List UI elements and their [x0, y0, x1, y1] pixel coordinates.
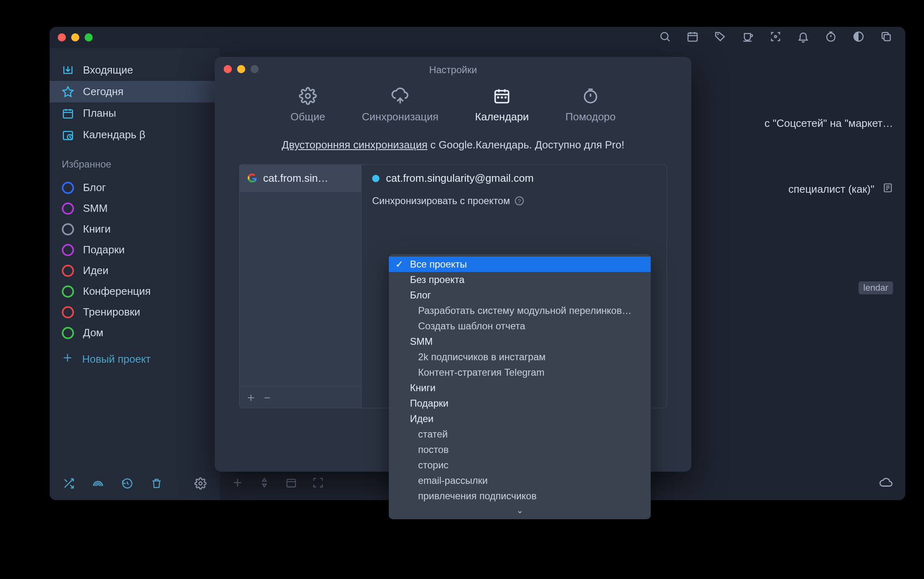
- project-dropdown[interactable]: Все проектыБез проектаБлогРазработать си…: [389, 254, 651, 519]
- search-icon[interactable]: [659, 30, 671, 44]
- tab-label: Общие: [290, 111, 325, 123]
- project-label: Тренировки: [83, 306, 140, 318]
- calendar-tag[interactable]: lendar: [859, 281, 893, 294]
- dropdown-item[interactable]: привлечения подписчиков: [389, 488, 651, 504]
- titlebar: [50, 27, 905, 48]
- dropdown-item[interactable]: Книги: [389, 380, 651, 396]
- expand-icon[interactable]: [312, 477, 324, 490]
- dropdown-item[interactable]: Идеи: [389, 411, 651, 427]
- focus-icon[interactable]: [769, 30, 782, 44]
- sort-icon[interactable]: [259, 477, 270, 490]
- chevron-down-icon[interactable]: ⌄: [389, 504, 651, 518]
- dropdown-item[interactable]: статей: [389, 427, 651, 442]
- tab-general[interactable]: Общие: [290, 86, 325, 123]
- promo-text: Двусторонняя синхронизация с Google.Кале…: [239, 139, 667, 151]
- project-ring-icon: [62, 202, 74, 215]
- help-icon[interactable]: ?: [515, 196, 524, 205]
- add-icon[interactable]: [232, 477, 243, 490]
- dropdown-item[interactable]: постов: [389, 442, 651, 457]
- minimize-window-button[interactable]: [71, 33, 79, 41]
- rainbow-icon[interactable]: [92, 477, 104, 491]
- svg-point-8: [775, 36, 777, 38]
- favorites-header: Избранное: [50, 146, 220, 177]
- nav-today[interactable]: Сегодня: [50, 81, 220, 102]
- svg-rect-2: [688, 33, 697, 41]
- dropdown-item[interactable]: email-рассылки: [389, 473, 651, 488]
- nav-label: Календарь β: [83, 128, 145, 141]
- project-item[interactable]: Блог: [50, 177, 220, 198]
- tab-label: Календари: [475, 111, 529, 123]
- sync-label-text: Синхронизировать с проектом: [372, 195, 510, 207]
- nav-calendar[interactable]: Календарь β: [50, 124, 220, 146]
- theme-icon[interactable]: [852, 30, 865, 44]
- project-label: SMM: [83, 202, 108, 215]
- settings-icon[interactable]: [194, 477, 207, 491]
- svg-point-6: [717, 34, 719, 35]
- add-account-button[interactable]: ＋: [244, 390, 258, 405]
- dropdown-item[interactable]: сторис: [389, 457, 651, 473]
- dropdown-item[interactable]: Контент-стратегия Telegram: [389, 365, 651, 380]
- tab-calendars[interactable]: Календари: [475, 86, 529, 123]
- task-text: специалист (как)": [788, 183, 874, 196]
- dropdown-item[interactable]: Подарки: [389, 396, 651, 411]
- project-ring-icon: [62, 244, 74, 256]
- new-project-button[interactable]: Новый проект: [50, 347, 220, 371]
- maximize-window-button[interactable]: [85, 33, 93, 41]
- account-item[interactable]: cat.from.sin…: [240, 165, 361, 192]
- tab-label: Помодоро: [565, 111, 615, 123]
- project-item[interactable]: Конференция: [50, 281, 220, 302]
- nav-plans[interactable]: Планы: [50, 102, 220, 124]
- copy-icon[interactable]: [880, 30, 892, 44]
- promo-rest: с Google.Календарь. Доступно для Pro!: [427, 139, 624, 151]
- sidebar: Входящие Сегодня Планы Календарь β Избра…: [50, 48, 220, 500]
- nav-section: Входящие Сегодня Планы Календарь β: [50, 48, 220, 146]
- project-item[interactable]: Подарки: [50, 239, 220, 260]
- tab-pomodoro[interactable]: Помодоро: [565, 86, 615, 123]
- trash-icon[interactable]: [150, 477, 163, 491]
- dropdown-item[interactable]: SMM: [389, 334, 651, 349]
- sidebar-footer: [50, 468, 220, 500]
- dropdown-item[interactable]: 2k подписчиков в инстаграм: [389, 349, 651, 365]
- dropdown-item[interactable]: Блог: [389, 287, 651, 303]
- dropdown-item[interactable]: Разработать систему модульной перелинков…: [389, 303, 651, 318]
- status-dot: [372, 175, 379, 182]
- dropdown-item[interactable]: Без проекта: [389, 272, 651, 287]
- timer-icon[interactable]: [825, 30, 837, 44]
- tab-sync[interactable]: Синхронизация: [362, 86, 438, 123]
- tab-label: Синхронизация: [362, 111, 438, 123]
- promo-link[interactable]: Двусторонняя синхронизация: [282, 139, 427, 151]
- nav-label: Планы: [83, 107, 116, 120]
- tag-icon[interactable]: [714, 30, 726, 44]
- close-window-button[interactable]: [58, 33, 66, 41]
- project-label: Дом: [83, 327, 103, 339]
- project-item[interactable]: Тренировки: [50, 302, 220, 322]
- cloud-sync-icon[interactable]: [879, 476, 893, 491]
- sync-with-project-label: Синхронизировать с проектом ?: [372, 195, 656, 207]
- cloud-sync-icon: [391, 86, 409, 106]
- task-text: с "Соцсетей" на "маркет…: [765, 117, 893, 130]
- svg-rect-14: [63, 110, 73, 118]
- calendar-icon[interactable]: [686, 30, 699, 44]
- account-email: cat.from.singularity@gmail.com: [386, 172, 534, 185]
- settings-tabs: Общие Синхронизация Календари Помодоро: [215, 86, 691, 123]
- settings-title: Настройки: [215, 64, 691, 76]
- project-item[interactable]: Идеи: [50, 260, 220, 281]
- cup-icon[interactable]: [742, 30, 754, 44]
- account-short: cat.from.sin…: [263, 172, 328, 185]
- history-icon[interactable]: [121, 477, 133, 491]
- project-ring-icon: [62, 285, 74, 298]
- bell-icon[interactable]: [797, 30, 809, 44]
- date-icon[interactable]: [285, 477, 297, 490]
- project-item[interactable]: Дом: [50, 322, 220, 343]
- footer-actions: [220, 477, 324, 490]
- inbox-icon: [62, 64, 74, 76]
- project-item[interactable]: Книги: [50, 219, 220, 239]
- shuffle-icon[interactable]: [63, 477, 75, 491]
- remove-account-button[interactable]: －: [260, 390, 275, 405]
- dropdown-item[interactable]: Создать шаблон отчета: [389, 318, 651, 334]
- nav-label: Входящие: [83, 64, 133, 76]
- nav-inbox[interactable]: Входящие: [50, 59, 220, 81]
- project-item[interactable]: SMM: [50, 198, 220, 219]
- dropdown-item[interactable]: Все проекты: [389, 257, 651, 272]
- account-list-footer: ＋ －: [240, 386, 361, 408]
